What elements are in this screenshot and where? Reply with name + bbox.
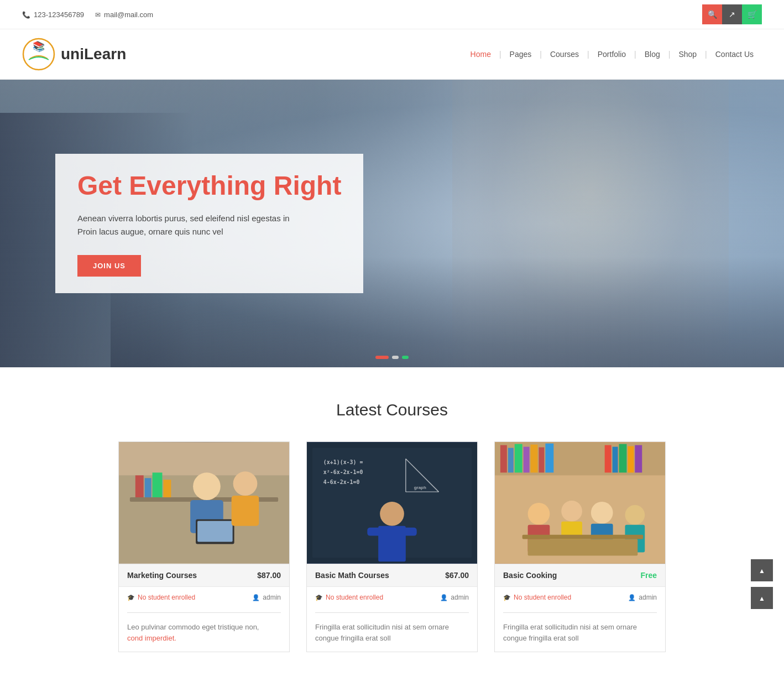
svg-text:(x+1)(x-3) =: (x+1)(x-3) =: [323, 459, 363, 465]
course-image-2[interactable]: (x+1)(x-3) = x²-6x-2x-1=0 4-6x-2x-1=0 gr…: [307, 442, 477, 564]
scroll-up-button-2[interactable]: [751, 587, 773, 609]
svg-rect-34: [524, 447, 530, 473]
svg-point-49: [625, 505, 645, 525]
nav-portfolio[interactable]: Portfolio: [589, 47, 634, 61]
course-enrolled-2: No student enrolled: [315, 594, 383, 601]
logo-text: uniLearn: [61, 45, 126, 63]
top-bar: 123-123456789 mail@mail.com: [0, 0, 784, 29]
course-name-3: Basic Cooking: [503, 571, 557, 580]
hero-section: Get Everything Right Aenean viverra lobo…: [0, 80, 784, 367]
course-meta-3: Basic Cooking Free: [495, 564, 665, 586]
svg-rect-7: [153, 472, 163, 497]
course-price-2: $67.00: [445, 571, 469, 580]
svg-rect-39: [613, 447, 618, 473]
phone-number: 123-123456789: [34, 11, 84, 19]
course-card-1: Marketing Courses $87.00 No student enro…: [118, 441, 290, 652]
course-details-2: No student enrolled admin: [307, 586, 477, 608]
svg-point-43: [528, 503, 550, 525]
course-image-3[interactable]: [495, 442, 665, 564]
svg-rect-32: [508, 448, 514, 473]
cart-icon: [748, 10, 757, 19]
phone-contact: 123-123456789: [22, 11, 84, 19]
header: 📚 uniLearn Home | Pages | Courses | Port…: [0, 29, 784, 80]
svg-rect-52: [528, 539, 638, 556]
hero-title: Get Everything Right: [77, 170, 341, 201]
course-image-1[interactable]: [119, 442, 289, 564]
course-author-3: admin: [628, 594, 657, 601]
user-icon-3: [628, 594, 636, 601]
svg-rect-27: [367, 528, 416, 536]
course-author-2: admin: [440, 594, 469, 601]
course-meta-2: Basic Math Courses $67.00: [307, 564, 477, 586]
logo-thin: uni: [61, 45, 84, 63]
user-icon-1: [252, 594, 260, 601]
email-contact: mail@mail.com: [95, 11, 153, 19]
svg-rect-42: [635, 445, 642, 473]
top-bar-icons: [702, 4, 762, 24]
courses-grid: Marketing Courses $87.00 No student enro…: [55, 441, 729, 652]
join-us-button[interactable]: JOIN US: [77, 255, 141, 277]
scroll-up-button-1[interactable]: [751, 559, 773, 581]
logo-icon: 📚: [22, 38, 55, 71]
hero-content: Get Everything Right Aenean viverra lobo…: [55, 154, 363, 293]
svg-text:📚: 📚: [33, 40, 45, 53]
svg-rect-38: [605, 445, 611, 473]
course-card-3: Basic Cooking Free No student enrolled a…: [494, 441, 666, 652]
svg-rect-8: [163, 480, 171, 497]
logo[interactable]: 📚 uniLearn: [22, 38, 126, 71]
course-price-1: $87.00: [257, 571, 281, 580]
svg-rect-37: [545, 444, 553, 473]
svg-text:4-6x-2x-1=0: 4-6x-2x-1=0: [323, 479, 360, 485]
svg-rect-6: [145, 478, 151, 497]
main-nav: Home | Pages | Courses | Portfolio | Blo…: [462, 47, 762, 61]
svg-rect-36: [539, 448, 544, 473]
graduation-icon-2: [315, 594, 323, 601]
slider-dots: [375, 356, 409, 359]
svg-rect-12: [197, 521, 233, 542]
slider-dot-3[interactable]: [402, 356, 409, 359]
slider-dot-1[interactable]: [375, 356, 389, 359]
course-divider-1: [127, 612, 281, 613]
svg-text:graph: graph: [414, 485, 426, 490]
course-desc-3: Fringilla erat sollicitudin nisi at sem …: [495, 617, 665, 652]
graduation-icon-3: [503, 594, 511, 601]
hero-subtitle: Aenean viverra lobortis purus, sed eleif…: [77, 212, 341, 238]
email-address: mail@mail.com: [104, 11, 153, 19]
course-details-3: No student enrolled admin: [495, 586, 665, 608]
share-button[interactable]: [722, 4, 742, 24]
course-name-2: Basic Math Courses: [315, 571, 389, 580]
user-icon-2: [440, 594, 448, 601]
course-price-3: Free: [640, 571, 657, 580]
logo-bold: Learn: [84, 45, 126, 63]
nav-pages[interactable]: Pages: [501, 47, 540, 61]
svg-rect-5: [135, 475, 144, 497]
courses-section: Latest Courses: [0, 367, 784, 685]
nav-blog[interactable]: Blog: [636, 47, 668, 61]
cart-button[interactable]: [742, 4, 762, 24]
phone-icon: [22, 11, 30, 19]
slider-dot-2[interactable]: [392, 356, 399, 359]
svg-rect-33: [515, 444, 522, 473]
svg-point-45: [561, 501, 582, 522]
svg-rect-31: [500, 445, 507, 473]
courses-section-title: Latest Courses: [55, 400, 729, 419]
chevron-up-icon-2: [759, 593, 765, 603]
course-desc-1: Leo pulvinar commodo eget tristique non,…: [119, 617, 289, 652]
mail-icon: [95, 11, 101, 19]
svg-rect-41: [628, 446, 634, 473]
graduation-icon-1: [127, 594, 135, 601]
course-name-1: Marketing Courses: [127, 571, 197, 580]
nav-home[interactable]: Home: [462, 47, 499, 61]
chevron-up-icon-1: [759, 565, 765, 575]
nav-shop[interactable]: Shop: [670, 47, 705, 61]
course-enrolled-3: No student enrolled: [503, 594, 571, 601]
svg-point-47: [591, 502, 613, 524]
course-card-2: (x+1)(x-3) = x²-6x-2x-1=0 4-6x-2x-1=0 gr…: [306, 441, 478, 652]
nav-courses[interactable]: Courses: [542, 47, 587, 61]
nav-contact[interactable]: Contact Us: [707, 47, 762, 61]
course-enrolled-1: No student enrolled: [127, 594, 195, 601]
svg-point-13: [233, 471, 258, 496]
course-divider-2: [315, 612, 469, 613]
share-icon: [729, 10, 735, 19]
search-button[interactable]: [702, 4, 722, 24]
